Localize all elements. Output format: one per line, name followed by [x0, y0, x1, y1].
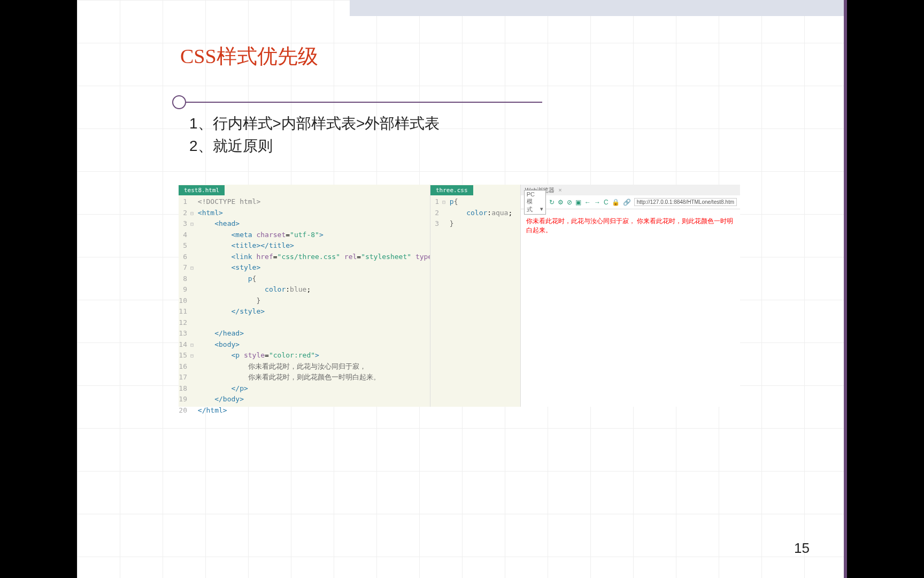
layout-icon[interactable]: ▣ — [575, 199, 581, 206]
browser-tabbar: Web浏览器 × — [521, 185, 740, 195]
editor-tab[interactable]: test8.html — [179, 185, 225, 195]
back-icon[interactable]: ← — [584, 199, 591, 206]
divider-line — [179, 102, 542, 103]
css-editor-pane: three.css 1⊟ p{2 color:aqua;3 } — [430, 185, 520, 407]
editor-tab[interactable]: three.css — [430, 185, 473, 195]
top-accent-bar — [350, 0, 847, 16]
right-accent-bar — [844, 0, 847, 578]
stop-icon[interactable]: ⊘ — [567, 199, 572, 206]
browser-body: 你未看此花时，此花与汝心同归于寂， 你来看此花时，则此花颜色一时明白起来。 — [521, 209, 740, 242]
bullet-list: 1、行内样式>内部样式表>外部样式表 2、就近原则 — [189, 112, 440, 157]
slide-title: CSS样式优先级 — [180, 43, 318, 70]
forward-icon[interactable]: → — [594, 199, 600, 206]
url-field[interactable]: http://127.0.0.1:8848/HTMLone/test8.htm — [634, 198, 737, 206]
refresh-icon[interactable]: ↻ — [549, 199, 555, 206]
browser-preview-pane: Web浏览器 × PC模式 ↻ ⚙ ⊘ ▣ ← → C 🔒 🔗 http://1… — [520, 185, 740, 407]
editor-row: test8.html 1 <!DOCTYPE html>2⊟ <html>3⊟ … — [179, 185, 740, 407]
link-icon[interactable]: 🔗 — [623, 199, 631, 206]
bullet-item: 1、行内样式>内部样式表>外部样式表 — [189, 112, 440, 135]
slide: CSS样式优先级 1、行内样式>内部样式表>外部样式表 2、就近原则 test8… — [77, 0, 847, 578]
divider-circle — [172, 95, 186, 109]
reload-icon[interactable]: C — [604, 199, 609, 206]
browser-toolbar: PC模式 ↻ ⚙ ⊘ ▣ ← → C 🔒 🔗 http://127.0.0.1:… — [521, 195, 740, 209]
html-code-area[interactable]: 1 <!DOCTYPE html>2⊟ <html>3⊟ <head>4 <me… — [179, 195, 430, 416]
close-icon[interactable]: × — [558, 187, 561, 193]
mode-select[interactable]: PC模式 — [524, 190, 546, 215]
css-code-area[interactable]: 1⊟ p{2 color:aqua;3 } — [430, 195, 520, 230]
gear-icon[interactable]: ⚙ — [558, 199, 564, 206]
page-number: 15 — [794, 540, 810, 557]
bullet-item: 2、就近原则 — [189, 135, 440, 157]
lock-icon[interactable]: 🔒 — [612, 199, 620, 206]
html-editor-pane: test8.html 1 <!DOCTYPE html>2⊟ <html>3⊟ … — [179, 185, 430, 407]
